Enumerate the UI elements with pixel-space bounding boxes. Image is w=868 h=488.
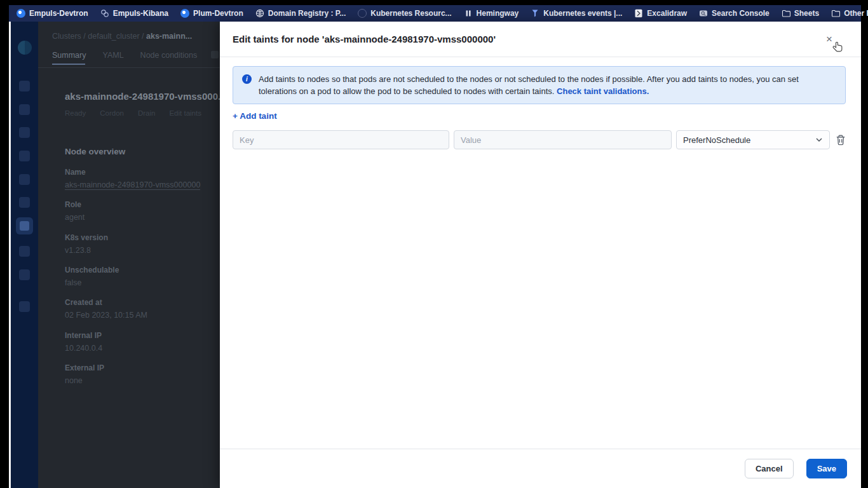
left-letterbox	[0, 0, 9, 488]
globe-icon	[255, 9, 264, 18]
bookmark-sheets[interactable]: Sheets	[782, 9, 819, 18]
bookmark-plum-devtron[interactable]: Plum-Devtron	[180, 9, 243, 18]
bookmark-kubernetes-events[interactable]: Kubernetes events |...	[531, 9, 622, 18]
drawer-header: Edit taints for node 'aks-mainnode-24981…	[220, 22, 861, 57]
bookmarks-bar: Empuls-Devtron Empuls-Kibana Plum-Devtro…	[9, 5, 861, 22]
hourglass-icon	[531, 9, 539, 18]
close-icon[interactable]: ×	[822, 32, 837, 47]
bookmark-label: Empuls-Devtron	[29, 9, 88, 18]
banner-text: Add taints to nodes so that pods are not…	[259, 74, 799, 96]
bookmark-domain-registry[interactable]: Domain Registry : P...	[255, 9, 346, 18]
bookmark-label: Kubernetes events |...	[543, 9, 622, 18]
kibana-icon	[100, 9, 109, 18]
bookmark-label: Search Console	[712, 9, 770, 18]
drawer-backdrop[interactable]	[9, 22, 220, 488]
bookmark-excalidraw[interactable]: Excalidraw	[634, 9, 687, 18]
right-letterbox	[861, 0, 868, 488]
cancel-button[interactable]: Cancel	[745, 459, 794, 478]
kubernetes-icon	[358, 9, 367, 18]
taint-key-input[interactable]	[233, 130, 449, 149]
taint-effect-value: PreferNoSchedule	[683, 135, 750, 145]
save-button[interactable]: Save	[806, 459, 847, 478]
taint-effect-select[interactable]: PreferNoSchedule	[676, 130, 830, 149]
delete-taint-icon[interactable]	[835, 134, 846, 146]
check-taint-validations-link[interactable]: Check taint validations.	[557, 86, 649, 96]
bookmark-kubernetes-resources[interactable]: Kubernetes Resourc...	[358, 9, 451, 18]
bookmark-label: Plum-Devtron	[193, 9, 243, 18]
info-icon: i	[242, 74, 252, 84]
edit-taints-drawer: Edit taints for node 'aks-mainnode-24981…	[220, 22, 861, 488]
screen: Empuls-Devtron Empuls-Kibana Plum-Devtro…	[0, 0, 868, 488]
taint-value-input[interactable]	[454, 130, 672, 149]
bookmark-label: Sheets	[794, 9, 819, 18]
folder-icon	[831, 9, 840, 18]
bookmark-search-console[interactable]: Search Console	[699, 9, 770, 18]
drawer-title: Edit taints for node 'aks-mainnode-24981…	[233, 34, 496, 44]
bookmark-label: Kubernetes Resourc...	[370, 9, 451, 18]
excalidraw-icon	[634, 9, 643, 18]
bookmark-empuls-kibana[interactable]: Empuls-Kibana	[100, 9, 168, 18]
other-bookmarks-label: Other Bookmarks	[844, 9, 868, 18]
bookmark-label: Domain Registry : P...	[268, 9, 346, 18]
hemingway-icon	[464, 9, 473, 18]
bookmark-label: Empuls-Kibana	[113, 9, 168, 18]
folder-icon	[782, 9, 790, 18]
search-console-icon	[699, 9, 708, 18]
add-taint-button[interactable]: + Add taint	[233, 111, 277, 121]
top-letterbox	[0, 0, 868, 5]
bookmark-hemingway[interactable]: Hemingway	[464, 9, 519, 18]
other-bookmarks-button[interactable]: Other Bookmarks	[831, 9, 868, 18]
bookmark-label: Hemingway	[477, 9, 519, 18]
bookmark-empuls-devtron[interactable]: Empuls-Devtron	[17, 9, 88, 18]
taints-info-banner: i Add taints to nodes so that pods are n…	[233, 66, 846, 104]
chevron-down-icon	[815, 136, 823, 144]
devtron-icon	[17, 9, 25, 18]
devtron-icon	[180, 9, 189, 18]
drawer-footer: Cancel Save	[220, 449, 861, 488]
bookmark-label: Excalidraw	[647, 9, 687, 18]
